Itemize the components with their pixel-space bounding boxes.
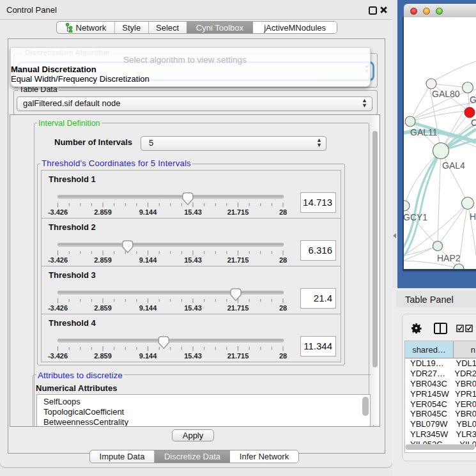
svg-text:GAL80: GAL80 bbox=[432, 89, 460, 99]
svg-text:GAL4: GAL4 bbox=[442, 160, 465, 171]
svg-text:H: H bbox=[470, 211, 476, 222]
svg-text:GCY1: GCY1 bbox=[404, 212, 427, 222]
svg-text:GA: GA bbox=[470, 95, 476, 105]
svg-text:C: C bbox=[471, 118, 476, 128]
svg-text:GAL11: GAL11 bbox=[410, 127, 438, 137]
svg-text:HAP2: HAP2 bbox=[437, 253, 461, 263]
